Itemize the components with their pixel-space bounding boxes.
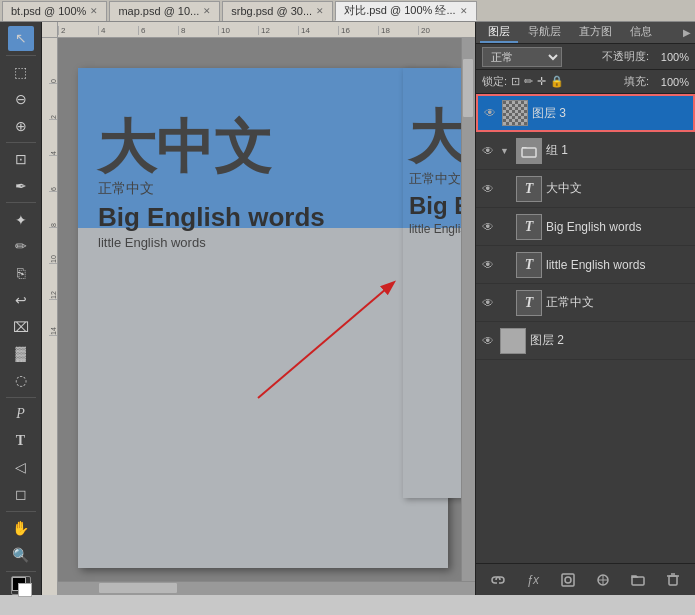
layer-item-group1[interactable]: 👁 ▼ 组 1 [476,132,695,170]
clone-stamp-tool[interactable]: ⎘ [8,261,34,286]
brush-tool[interactable]: ✏ [8,234,34,259]
ruler-corner [42,22,58,38]
canvas-content: 大中文 正常中文 Big English words little Englis… [58,38,475,595]
horizontal-scrollbar[interactable] [58,581,475,595]
panel-menu-arrow[interactable]: ▶ [683,27,691,38]
foreground-color[interactable] [11,576,31,595]
layer-item-normalchinese[interactable]: 👁 T 正常中文 [476,284,695,322]
layer-eye-icon[interactable]: 👁 [480,295,496,311]
layer-item-layer3[interactable]: 👁 图层 3 [476,94,695,132]
layer-eye-icon[interactable]: 👁 [480,257,496,273]
tab-srbg-psd[interactable]: srbg.psd @ 30... ✕ [222,1,333,21]
lock-move-icon[interactable]: ✛ [537,75,546,88]
layer-eye-icon[interactable]: 👁 [482,105,498,121]
layer-name-bigenglish: Big English words [546,220,691,234]
svg-rect-6 [632,577,644,585]
tab-close-icon[interactable]: ✕ [90,6,98,16]
canvas-small-english: little English words [98,235,428,250]
main-layout: ↖ ⬚ ⊖ ⊕ ⊡ ✒ ✦ ✏ ⎘ ↩ ⌧ ▓ ◌ P T ◁ ◻ ✋ 🔍 [0,22,695,595]
tab-compare-psd[interactable]: 对比.psd @ 100% 经... ✕ [335,1,476,21]
tab-close-icon[interactable]: ✕ [203,6,211,16]
tool-separator [6,55,36,56]
document-canvas[interactable]: 大中文 正常中文 Big English words little Englis… [78,68,448,568]
marquee-tool[interactable]: ⬚ [8,60,34,85]
lock-transparent-icon[interactable]: ⊡ [511,75,520,88]
canvas-normal-chinese: 正常中文 [98,180,428,198]
layer-item-bigchinese[interactable]: 👁 T 大中文 [476,170,695,208]
fill-label: 填充: [624,74,649,89]
quick-select-tool[interactable]: ⊕ [8,113,34,138]
move-tool[interactable]: ↖ [8,26,34,51]
dodge-tool[interactable]: ◌ [8,368,34,393]
svg-rect-7 [669,576,677,585]
layer-name-layer3: 图层 3 [532,105,689,122]
layer-name-group1: 组 1 [546,142,691,159]
panel-tabs-row: 图层 导航层 直方图 信息 ▶ [476,22,695,44]
text-layer-icon: T [516,214,542,240]
tab-map-psd[interactable]: map.psd @ 10... ✕ [109,1,220,21]
healing-brush-tool[interactable]: ✦ [8,207,34,232]
lock-brush-icon[interactable]: ✏ [524,75,533,88]
eraser-tool[interactable]: ⌧ [8,314,34,339]
layer-group-arrow[interactable]: ▼ [500,146,512,156]
zoom-tool[interactable]: 🔍 [8,542,34,567]
crop-tool[interactable]: ⊡ [8,147,34,172]
layer-thumbnail-layer3 [502,100,528,126]
layer-item-bigenglish[interactable]: 👁 T Big English words [476,208,695,246]
layer-item-layer2[interactable]: 👁 图层 2 [476,322,695,360]
adjustment-layer-button[interactable] [592,569,614,591]
layer-eye-icon[interactable]: 👁 [480,181,496,197]
mode-row: 正常 溶解 正片叠底 不透明度: 100% [476,44,695,70]
link-layers-button[interactable] [487,569,509,591]
svg-rect-3 [562,574,574,586]
eyedropper-tool[interactable]: ✒ [8,174,34,199]
tab-bt-psd[interactable]: bt.psd @ 100% ✕ [2,1,107,21]
canvas-big-english: Big English words [98,202,428,233]
new-group-button[interactable] [627,569,649,591]
tool-separator [6,397,36,398]
layer-eye-icon[interactable]: 👁 [480,143,496,159]
layer-eye-icon[interactable]: 👁 [480,333,496,349]
ruler-top: 2 4 6 8 10 12 14 16 18 20 [58,22,475,38]
gradient-tool[interactable]: ▓ [8,341,34,366]
layer-eye-icon[interactable]: 👁 [480,219,496,235]
opacity-label: 不透明度: [602,49,649,64]
lasso-tool[interactable]: ⊖ [8,86,34,111]
layer-name-littleenglish: little English words [546,258,691,272]
layer-name-layer2: 图层 2 [530,332,691,349]
fx-button[interactable]: ƒx [522,569,544,591]
tool-separator [6,511,36,512]
tab-close-icon[interactable]: ✕ [460,6,468,16]
add-mask-button[interactable] [557,569,579,591]
canvas-text-content: 大中文 正常中文 Big English words little Englis… [78,98,448,270]
lock-label: 锁定: [482,74,507,89]
tab-info[interactable]: 信息 [622,22,660,43]
tool-separator [6,202,36,203]
tool-separator [6,571,36,572]
layer-name-bigchinese: 大中文 [546,180,691,197]
hand-tool[interactable]: ✋ [8,516,34,541]
tab-layers[interactable]: 图层 [480,22,518,43]
opacity-value[interactable]: 100% [653,51,689,63]
layer-item-littleenglish[interactable]: 👁 T little English words [476,246,695,284]
delete-layer-button[interactable] [662,569,684,591]
layers-panel-container: 图层 导航层 直方图 信息 ▶ 正常 溶解 正片叠底 不透明度: 100% 锁定… [475,22,695,595]
pen-tool[interactable]: P [8,402,34,427]
history-brush-tool[interactable]: ↩ [8,288,34,313]
blend-mode-select[interactable]: 正常 溶解 正片叠底 [482,47,562,67]
ruler-left: 0 2 4 6 8 10 12 14 [42,38,58,595]
tab-bar: bt.psd @ 100% ✕ map.psd @ 10... ✕ srbg.p… [0,0,695,22]
path-select-tool[interactable]: ◁ [8,455,34,480]
tab-histogram[interactable]: 直方图 [571,22,620,43]
fill-value[interactable]: 100% [653,76,689,88]
tab-navigator[interactable]: 导航层 [520,22,569,43]
lock-all-icon[interactable]: 🔒 [550,75,564,88]
tab-close-icon[interactable]: ✕ [316,6,324,16]
svg-point-4 [565,577,571,583]
vertical-scrollbar[interactable] [461,38,475,581]
shape-tool[interactable]: ◻ [8,482,34,507]
svg-rect-2 [522,148,536,157]
tool-separator [6,142,36,143]
layer-name-normalchinese: 正常中文 [546,294,691,311]
text-tool[interactable]: T [8,428,34,453]
